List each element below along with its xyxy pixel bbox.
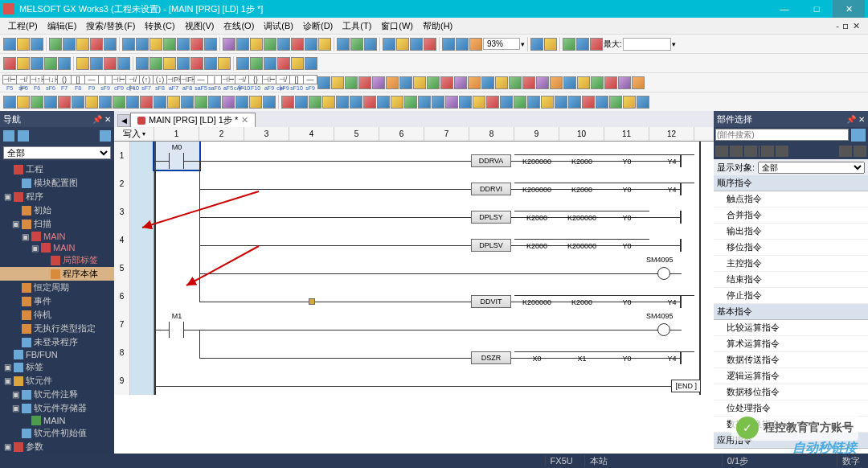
tree-item[interactable]: 待机 — [0, 308, 114, 322]
tb2-icon[interactable] — [44, 57, 57, 70]
parts-item[interactable]: 算术运算指令 — [714, 336, 868, 352]
parts-tool-icon[interactable] — [839, 146, 852, 157]
instruction-param[interactable]: Y0 — [604, 154, 649, 167]
save-icon[interactable] — [31, 38, 43, 51]
tree-item[interactable]: ▣MAIN — [0, 231, 114, 242]
tree-item[interactable]: 未登录程序 — [0, 335, 114, 349]
parts-item[interactable]: 触点指令 — [714, 191, 868, 207]
parts-tool-icon[interactable] — [715, 146, 728, 157]
parts-item[interactable]: 结束指令 — [714, 272, 868, 288]
parts-tool-icon[interactable] — [854, 146, 866, 157]
tree-item[interactable]: ▣软元件注释 — [0, 388, 114, 401]
ladder-symbol-cF10[interactable]: ⊣/⊢cF10 — [126, 75, 139, 91]
tb2-icon[interactable] — [277, 57, 290, 70]
parts-group[interactable]: 顺序指令 — [714, 175, 868, 191]
tb3-icon[interactable] — [495, 76, 508, 89]
tb4-icon[interactable] — [17, 96, 30, 109]
tb4-icon[interactable] — [295, 96, 308, 109]
instruction-param[interactable]: Y4 — [649, 351, 694, 364]
tb2-icon[interactable] — [204, 57, 217, 70]
tb4-icon[interactable] — [377, 96, 390, 109]
tb4-icon[interactable] — [281, 96, 294, 109]
tree-item[interactable]: ▣软元件 — [0, 374, 114, 388]
tb3-icon[interactable] — [413, 76, 426, 89]
tb3-icon[interactable] — [509, 76, 522, 89]
instruction-param[interactable]: K2000 — [559, 183, 604, 195]
tb-icon[interactable] — [563, 38, 575, 51]
tb-icon[interactable] — [190, 38, 203, 51]
ladder-symbol-sF9[interactable]: —sF9 — [304, 75, 317, 91]
tree-item[interactable]: 局部标签 — [0, 253, 114, 267]
instruction-param[interactable]: Y4 — [649, 183, 694, 195]
instruction-param[interactable]: K2000 — [514, 239, 559, 252]
ladder-symbol-F7[interactable]: ()F7 — [58, 75, 71, 91]
instruction[interactable]: DSZR — [471, 351, 511, 364]
tree-item[interactable]: ▣标签 — [0, 360, 114, 374]
pin-icon[interactable]: 📌 ✕ — [846, 115, 865, 124]
tb4-icon[interactable] — [637, 96, 649, 109]
tb4-icon[interactable] — [235, 96, 248, 109]
ladder-row[interactable]: 2DDRVIK200000K2000Y0Y4 — [114, 170, 714, 198]
menu-window[interactable]: 窗口(W) — [378, 18, 416, 34]
copy-icon[interactable] — [63, 38, 76, 51]
ladder-row[interactable]: 7M1SM4095 — [114, 310, 714, 339]
parts-item[interactable]: 比较运算指令 — [714, 320, 868, 336]
ladder-symbol-saF6[interactable]: |saF6 — [208, 75, 221, 91]
tb4-icon[interactable] — [181, 96, 194, 109]
tb3-icon[interactable] — [522, 76, 535, 89]
tb4-icon[interactable] — [486, 96, 499, 109]
tb-icon[interactable] — [318, 38, 331, 51]
tb3-icon[interactable] — [591, 76, 604, 89]
tb4-icon[interactable] — [473, 96, 485, 109]
zoom-combo[interactable]: 93% — [483, 38, 520, 50]
tb4-icon[interactable] — [113, 96, 125, 109]
nav-filter-select[interactable]: 全部 — [3, 146, 111, 159]
ladder-body[interactable]: 1M0DDRVAK200000K2000Y0Y42DDRVIK200000K20… — [114, 142, 714, 454]
mdi-window-controls[interactable]: - 🗆 ✕ — [836, 21, 863, 31]
parts-item[interactable]: 数据传送指令 — [714, 352, 868, 368]
instruction-param[interactable]: K2000 — [559, 295, 604, 308]
instruction[interactable]: DPLSV — [471, 239, 511, 252]
row-cells[interactable]: [END ] — [154, 367, 714, 395]
ladder-symbol-F10[interactable]: {}F10 — [249, 75, 262, 91]
zoom-fit-icon[interactable] — [469, 38, 482, 51]
coil[interactable] — [657, 267, 670, 280]
tb4-icon[interactable] — [194, 96, 207, 109]
tb-icon[interactable] — [383, 38, 395, 51]
tb3-icon[interactable] — [618, 76, 631, 89]
tab-close-icon[interactable]: ✕ — [241, 115, 248, 125]
tb3-icon[interactable] — [536, 76, 549, 89]
tree-item[interactable]: FB/FUN — [0, 349, 114, 360]
instruction-param[interactable]: K2000 — [559, 154, 604, 167]
coil[interactable] — [657, 323, 670, 336]
tb3-icon[interactable] — [317, 76, 330, 89]
tb-icon[interactable] — [410, 38, 423, 51]
tb4-icon[interactable] — [309, 96, 321, 109]
tb4-icon[interactable] — [609, 96, 622, 109]
ladder-row[interactable]: 4DPLSVK2000K200000Y0 — [114, 226, 714, 254]
gear-icon[interactable] — [100, 130, 111, 142]
ladder-symbol-aF9[interactable]: ⊣⊢aF9 — [263, 75, 276, 91]
tb3-icon[interactable] — [358, 76, 371, 89]
tb4-icon[interactable] — [336, 96, 349, 109]
tree-item[interactable]: ▣参数 — [0, 440, 114, 454]
tree-item[interactable]: 程序本体 — [0, 267, 114, 281]
tb2-icon[interactable] — [305, 57, 317, 70]
ladder-symbol-sF10[interactable]: []sF10 — [290, 75, 303, 91]
ladder-symbol-F8[interactable]: []F8 — [72, 75, 84, 91]
doc-tab[interactable]: MAIN [PRG] [LD] 1步 * ✕ — [130, 113, 256, 127]
menu-project[interactable]: 工程(P) — [5, 18, 41, 34]
tb-icon[interactable] — [305, 38, 317, 51]
tb4-icon[interactable] — [44, 96, 57, 109]
tb3-icon[interactable] — [440, 76, 453, 89]
tb-icon[interactable] — [590, 38, 603, 51]
instruction[interactable]: DDVIT — [471, 295, 511, 308]
tb4-icon[interactable] — [140, 96, 153, 109]
instruction-param[interactable]: Y4 — [649, 295, 694, 308]
menu-help[interactable]: 帮助(H) — [420, 18, 456, 34]
instruction[interactable]: DDRVA — [471, 154, 511, 167]
nav-tree[interactable]: 工程模块配置图▣程序初始▣扫描▣MAIN▣MAIN局部标签程序本体恒定周期事件待… — [0, 161, 114, 454]
mode-label[interactable]: 写入▾ — [114, 127, 154, 141]
tb4-icon[interactable] — [208, 96, 221, 109]
parts-item[interactable]: 数据移位指令 — [714, 384, 868, 400]
